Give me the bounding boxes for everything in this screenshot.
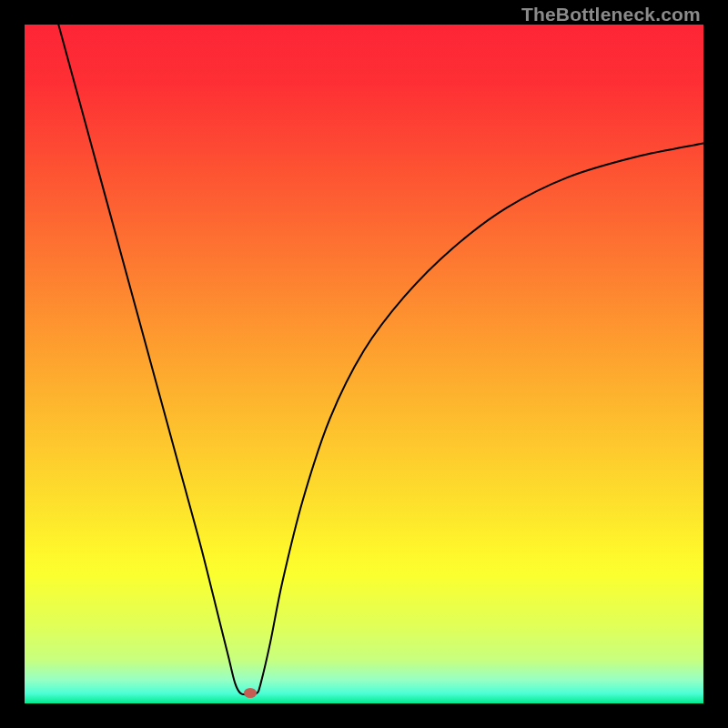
plot-area	[25, 25, 703, 703]
chart-frame: TheBottleneck.com	[0, 0, 728, 728]
bottleneck-curve	[25, 25, 703, 703]
watermark-text: TheBottleneck.com	[521, 4, 701, 25]
